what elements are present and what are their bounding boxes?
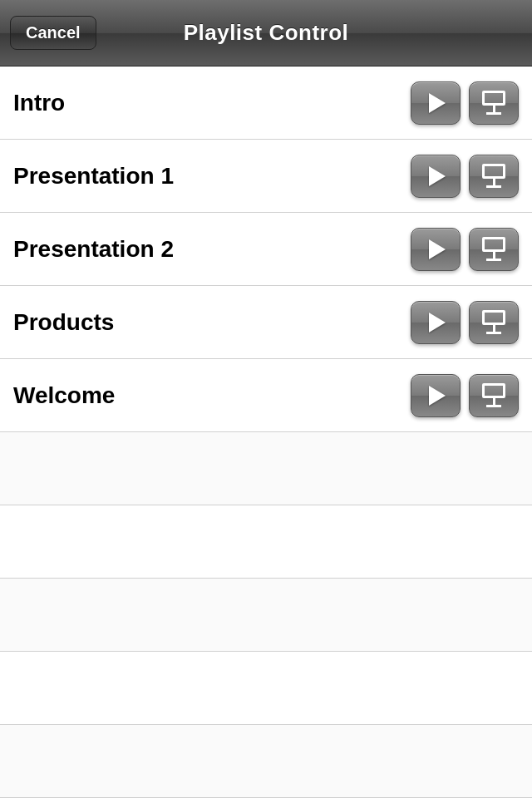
item-label-intro: Intro [13, 90, 411, 116]
present-base-shape [486, 332, 501, 334]
present-icon [482, 310, 505, 334]
present-button-welcome[interactable] [469, 374, 519, 417]
nav-title: Playlist Control [184, 20, 349, 46]
present-icon [482, 91, 505, 115]
item-controls-welcome [411, 374, 519, 417]
present-stand-shape [493, 179, 495, 185]
empty-row [0, 505, 532, 579]
present-base-shape [486, 112, 501, 115]
play-button-intro[interactable] [411, 81, 461, 125]
present-screen-shape [482, 237, 505, 252]
empty-row [0, 579, 532, 652]
present-stand-shape [493, 398, 495, 405]
item-controls-products [411, 301, 519, 344]
item-controls-presentation1 [411, 155, 519, 198]
present-screen-shape [482, 310, 505, 325]
play-button-welcome[interactable] [411, 374, 461, 417]
item-label-presentation1: Presentation 1 [13, 163, 411, 190]
present-icon [482, 383, 505, 407]
play-button-presentation1[interactable] [411, 155, 461, 198]
play-button-presentation2[interactable] [411, 228, 461, 271]
play-button-products[interactable] [411, 301, 461, 344]
present-base-shape [486, 259, 501, 261]
present-base-shape [486, 185, 501, 188]
playlist-item-welcome: Welcome [0, 359, 532, 432]
empty-row [0, 725, 532, 798]
item-label-products: Products [13, 309, 411, 336]
present-stand-shape [493, 252, 495, 259]
playlist-item-products: Products [0, 286, 532, 359]
playlist-item-presentation1: Presentation 1 [0, 140, 532, 213]
playlist-item-presentation2: Presentation 2 [0, 213, 532, 286]
cancel-button[interactable]: Cancel [10, 16, 96, 50]
present-icon [482, 237, 505, 261]
play-icon [429, 93, 446, 113]
playlist-list: Intro Presentation 1 [0, 66, 532, 432]
item-label-presentation2: Presentation 2 [13, 236, 411, 263]
present-screen-shape [482, 91, 505, 106]
present-button-presentation2[interactable] [469, 228, 519, 271]
present-button-intro[interactable] [469, 81, 519, 125]
empty-rows-section [0, 432, 532, 798]
present-base-shape [486, 405, 501, 407]
present-button-presentation1[interactable] [469, 155, 519, 198]
present-screen-shape [482, 164, 505, 179]
play-icon [429, 313, 446, 332]
play-icon [429, 239, 446, 259]
play-icon [429, 166, 446, 186]
empty-row [0, 652, 532, 725]
present-stand-shape [493, 106, 495, 112]
present-stand-shape [493, 325, 495, 332]
item-controls-intro [411, 81, 519, 125]
present-button-products[interactable] [469, 301, 519, 344]
navigation-bar: Cancel Playlist Control [0, 0, 532, 66]
present-screen-shape [482, 383, 505, 398]
item-controls-presentation2 [411, 228, 519, 271]
play-icon [429, 386, 446, 406]
present-icon [482, 164, 505, 188]
empty-row [0, 432, 532, 505]
playlist-item-intro: Intro [0, 66, 532, 140]
item-label-welcome: Welcome [13, 382, 411, 409]
